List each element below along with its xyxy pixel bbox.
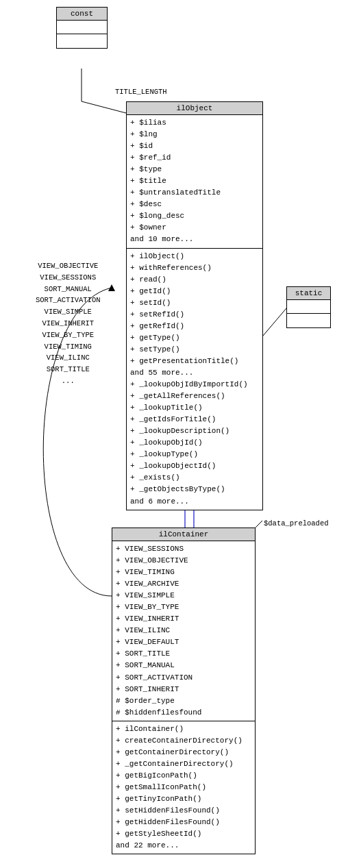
ilobject-method-18: + _lookupObjectId() bbox=[130, 460, 259, 472]
ilcontainer-method-10: and 22 more... bbox=[116, 840, 251, 852]
left-label-1: VIEW_SESSIONS bbox=[36, 272, 101, 284]
ilcontainer-properties: + VIEW_SESSIONS + VIEW_OBJECTIVE + VIEW_… bbox=[112, 541, 255, 721]
ilobject-method-0: + ilObject() bbox=[130, 251, 259, 262]
data-preloaded-label: $data_preloaded bbox=[264, 519, 329, 528]
ilcontainer-method-4: + getBigIconPath() bbox=[116, 770, 251, 782]
ilcontainer-prop-2: + VIEW_TIMING bbox=[116, 567, 251, 578]
ilcontainer-method-7: + setHiddenFilesFound() bbox=[116, 805, 251, 817]
ilobject-method-21: and 6 more... bbox=[130, 496, 259, 508]
ilobject-method-20: + _getObjectsByType() bbox=[130, 484, 259, 495]
svg-line-3 bbox=[263, 308, 286, 336]
ilobject-method-16: + _lookupObjId() bbox=[130, 437, 259, 449]
ilcontainer-method-5: + getSmallIconPath() bbox=[116, 782, 251, 793]
ilobject-method-11: + _lookupObjIdByImportId() bbox=[130, 379, 259, 390]
ilcontainer-prop-0: + VIEW_SESSIONS bbox=[116, 543, 251, 555]
left-label-10: ... bbox=[36, 375, 101, 387]
ilcontainer-prop-13: # $order_type bbox=[116, 695, 251, 707]
ilobject-method-17: + _lookupType() bbox=[130, 449, 259, 460]
ilobject-method-2: + read() bbox=[130, 274, 259, 286]
ilobject-method-8: + setType() bbox=[130, 344, 259, 356]
title-length-label: TITLE_LENGTH bbox=[115, 88, 167, 96]
ilobject-prop-10: and 10 more... bbox=[130, 234, 259, 245]
const-box-section2 bbox=[57, 34, 107, 48]
static-box: static bbox=[286, 286, 331, 328]
ilobject-prop-2: + $id bbox=[130, 140, 259, 152]
ilcontainer-prop-4: + VIEW_SIMPLE bbox=[116, 590, 251, 602]
left-label-8: VIEW_ILINC bbox=[36, 352, 101, 364]
left-label-9: SORT_TITLE bbox=[36, 364, 101, 375]
ilobject-method-13: + _lookupTitle() bbox=[130, 402, 259, 414]
ilobject-method-3: + getId() bbox=[130, 286, 259, 297]
ilobject-method-12: + _getAllReferences() bbox=[130, 390, 259, 402]
ilobject-method-5: + setRefId() bbox=[130, 309, 259, 321]
ilcontainer-prop-11: + SORT_ACTIVATION bbox=[116, 672, 251, 684]
ilcontainer-method-3: + _getContainerDirectory() bbox=[116, 758, 251, 770]
ilcontainer-method-8: + getHiddenFilesFound() bbox=[116, 817, 251, 828]
ilobject-header: ilObject bbox=[127, 102, 262, 115]
ilcontainer-method-1: + createContainerDirectory() bbox=[116, 735, 251, 747]
left-label-3: SORT_ACTIVATION bbox=[36, 295, 101, 306]
ilcontainer-prop-7: + VIEW_ILINC bbox=[116, 625, 251, 636]
ilcontainer-box: ilContainer + VIEW_SESSIONS + VIEW_OBJEC… bbox=[112, 528, 256, 854]
static-box-section2 bbox=[287, 314, 330, 327]
ilobject-method-9: + getPresentationTitle() bbox=[130, 356, 259, 367]
ilcontainer-header: ilContainer bbox=[112, 528, 255, 541]
ilobject-box: ilObject + $ilias + $lng + $id + $ref_id… bbox=[126, 101, 263, 510]
ilobject-prop-8: + $long_desc bbox=[130, 210, 259, 222]
ilobject-prop-5: + $title bbox=[130, 175, 259, 187]
ilcontainer-prop-10: + SORT_MANUAL bbox=[116, 660, 251, 671]
ilcontainer-prop-1: + VIEW_OBJECTIVE bbox=[116, 555, 251, 567]
ilcontainer-method-0: + ilContainer() bbox=[116, 723, 251, 735]
left-label-7: VIEW_TIMING bbox=[36, 341, 101, 353]
const-box-header: const bbox=[57, 8, 107, 21]
left-label-2: SORT_MANUAL bbox=[36, 284, 101, 295]
static-box-header: static bbox=[287, 287, 330, 300]
const-box-section1 bbox=[57, 21, 107, 34]
ilcontainer-methods: + ilContainer() + createContainerDirecto… bbox=[112, 721, 255, 854]
ilobject-prop-1: + $lng bbox=[130, 129, 259, 140]
ilobject-properties: + $ilias + $lng + $id + $ref_id + $type … bbox=[127, 115, 262, 249]
ilcontainer-prop-14: # $hiddenfilesfound bbox=[116, 707, 251, 719]
ilobject-method-1: + withReferences() bbox=[130, 262, 259, 274]
ilobject-method-6: + getRefId() bbox=[130, 321, 259, 332]
ilobject-method-7: + getType() bbox=[130, 332, 259, 344]
ilcontainer-method-2: + getContainerDirectory() bbox=[116, 747, 251, 758]
ilobject-method-19: + _exists() bbox=[130, 472, 259, 484]
ilcontainer-prop-6: + VIEW_INHERIT bbox=[116, 613, 251, 625]
left-labels: VIEW_OBJECTIVE VIEW_SESSIONS SORT_MANUAL… bbox=[36, 260, 101, 387]
svg-line-4 bbox=[256, 521, 262, 528]
left-label-6: VIEW_BY_TYPE bbox=[36, 330, 101, 341]
ilobject-method-14: + _getIdsForTitle() bbox=[130, 414, 259, 425]
ilobject-prop-6: + $untranslatedTitle bbox=[130, 187, 259, 199]
ilobject-prop-0: + $ilias bbox=[130, 117, 259, 129]
ilcontainer-method-9: + getStyleSheetId() bbox=[116, 828, 251, 840]
ilcontainer-prop-9: + SORT_TITLE bbox=[116, 648, 251, 660]
ilobject-methods: + ilObject() + withReferences() + read()… bbox=[127, 249, 262, 510]
ilobject-prop-3: + $ref_id bbox=[130, 152, 259, 164]
ilcontainer-method-6: + getTinyIconPath() bbox=[116, 793, 251, 805]
left-label-5: VIEW_INHERIT bbox=[36, 318, 101, 330]
ilobject-prop-4: + $type bbox=[130, 164, 259, 175]
ilobject-method-4: + setId() bbox=[130, 297, 259, 309]
svg-line-1 bbox=[82, 101, 126, 113]
const-box: const bbox=[56, 7, 108, 49]
ilcontainer-prop-12: + SORT_INHERIT bbox=[116, 684, 251, 695]
ilcontainer-prop-5: + VIEW_BY_TYPE bbox=[116, 602, 251, 613]
left-label-4: VIEW_SIMPLE bbox=[36, 306, 101, 318]
ilobject-method-10: and 55 more... bbox=[130, 367, 259, 379]
left-label-0: VIEW_OBJECTIVE bbox=[36, 260, 101, 272]
ilcontainer-prop-8: + VIEW_DEFAULT bbox=[116, 636, 251, 648]
static-box-section1 bbox=[287, 300, 330, 314]
ilcontainer-prop-3: + VIEW_ARCHIVE bbox=[116, 578, 251, 590]
diagram-container: const TITLE_LENGTH ilObject + $ilias + $… bbox=[0, 0, 348, 868]
ilobject-prop-9: + $owner bbox=[130, 222, 259, 234]
ilobject-prop-7: + $desc bbox=[130, 199, 259, 210]
ilobject-method-15: + _lookupDescription() bbox=[130, 425, 259, 437]
svg-marker-2 bbox=[108, 284, 115, 291]
